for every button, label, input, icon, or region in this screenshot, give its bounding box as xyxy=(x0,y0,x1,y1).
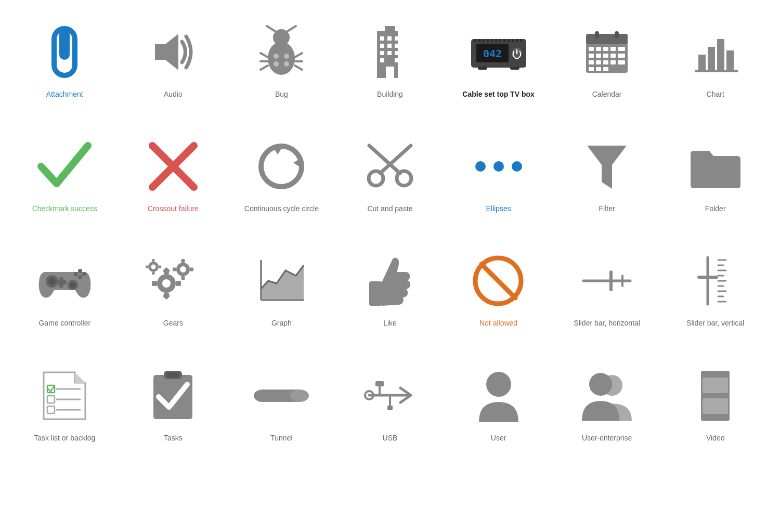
svg-rect-178 xyxy=(730,412,736,418)
svg-point-119 xyxy=(151,264,156,269)
svg-rect-55 xyxy=(589,47,594,51)
svg-marker-81 xyxy=(272,146,283,154)
icon-cell-tasks: Tasks xyxy=(119,354,228,448)
svg-rect-122 xyxy=(146,265,148,268)
video-label: Video xyxy=(706,433,725,443)
svg-point-83 xyxy=(373,175,379,181)
graph-label: Graph xyxy=(271,318,292,328)
task-list-icon xyxy=(33,365,96,427)
svg-rect-127 xyxy=(369,281,382,306)
svg-rect-64 xyxy=(618,54,625,58)
icon-cell-cut-paste: Cut and paste xyxy=(336,125,445,218)
svg-rect-66 xyxy=(596,60,601,64)
bug-label: Bug xyxy=(275,89,288,99)
svg-rect-68 xyxy=(610,60,616,64)
calendar-label: Calendar xyxy=(592,89,622,99)
user-enterprise-label: User-enterprise xyxy=(582,433,632,443)
icon-grid: Attachment Audio xyxy=(10,10,770,448)
svg-rect-53 xyxy=(595,31,599,38)
svg-rect-23 xyxy=(387,44,392,48)
icon-cell-not-allowed: Not allowed xyxy=(444,239,553,333)
icon-cell-game-controller: Game controller xyxy=(10,239,119,333)
tunnel-icon xyxy=(250,365,313,427)
graph-icon xyxy=(250,250,313,312)
building-label: Building xyxy=(377,89,403,99)
svg-rect-70 xyxy=(589,67,594,71)
svg-rect-135 xyxy=(697,276,718,279)
attachment-label: Attachment xyxy=(46,89,83,99)
svg-point-157 xyxy=(290,390,309,402)
icon-cell-slider-v: Slider bar, vertical xyxy=(661,239,770,333)
slider-h-icon xyxy=(576,250,638,312)
game-controller-icon xyxy=(33,250,96,312)
svg-point-113 xyxy=(180,266,186,273)
task-list-label: Task list or backlog xyxy=(34,433,95,443)
svg-point-101 xyxy=(78,269,82,273)
like-label: Like xyxy=(383,318,397,328)
icon-cell-graph: Graph xyxy=(227,239,336,333)
filter-label: Filter xyxy=(599,204,615,213)
chart-label: Chart xyxy=(707,89,724,99)
svg-rect-69 xyxy=(618,60,625,64)
svg-point-98 xyxy=(78,275,82,279)
icon-cell-tunnel: Tunnel xyxy=(227,354,336,448)
attachment-icon xyxy=(33,21,96,83)
svg-point-165 xyxy=(486,372,511,397)
slider-h-label: Slider bar, horizontal xyxy=(574,318,640,328)
icon-cell-usb: USB xyxy=(336,354,445,448)
svg-line-6 xyxy=(288,26,296,31)
svg-rect-77 xyxy=(726,50,734,71)
usb-icon xyxy=(359,365,421,427)
svg-rect-28 xyxy=(380,58,384,62)
cut-paste-label: Cut and paste xyxy=(367,204,412,213)
svg-rect-175 xyxy=(730,384,736,390)
svg-rect-177 xyxy=(730,403,736,408)
icon-cell-task-list: Task list or backlog xyxy=(10,354,119,448)
svg-rect-170 xyxy=(695,384,701,390)
icon-cell-filter: Filter xyxy=(553,125,661,218)
svg-rect-62 xyxy=(603,54,608,58)
svg-point-90 xyxy=(512,161,522,172)
tunnel-label: Tunnel xyxy=(270,433,292,443)
svg-rect-116 xyxy=(173,267,176,271)
svg-rect-52 xyxy=(586,34,628,44)
svg-point-99 xyxy=(74,272,78,276)
audio-icon xyxy=(142,21,204,83)
svg-rect-61 xyxy=(596,54,601,58)
svg-rect-50 xyxy=(510,67,519,70)
user-icon xyxy=(467,365,530,427)
icon-cell-chart: Chart xyxy=(661,10,770,104)
svg-rect-171 xyxy=(695,394,701,399)
folder-icon xyxy=(684,135,747,198)
svg-marker-2 xyxy=(155,34,178,70)
svg-rect-19 xyxy=(380,36,384,41)
svg-rect-56 xyxy=(596,47,601,51)
svg-rect-173 xyxy=(695,412,701,418)
svg-rect-57 xyxy=(603,47,608,51)
svg-line-12 xyxy=(295,66,302,70)
cycle-label: Continuous cycle circle xyxy=(244,204,319,213)
svg-rect-25 xyxy=(380,51,384,55)
icon-cell-gears: Gears xyxy=(119,239,228,333)
not-allowed-label: Not allowed xyxy=(479,318,517,328)
svg-rect-107 xyxy=(176,281,181,286)
svg-rect-172 xyxy=(695,403,701,408)
svg-rect-174 xyxy=(730,375,736,380)
svg-rect-49 xyxy=(478,67,487,70)
svg-rect-75 xyxy=(708,47,715,71)
icon-cell-video: Video xyxy=(661,354,770,448)
svg-rect-71 xyxy=(596,67,601,71)
svg-point-89 xyxy=(493,161,504,172)
audio-label: Audio xyxy=(164,89,183,99)
icon-cell-cable-tv: 042 Cable set top TV box xyxy=(444,10,553,104)
checkmark-label: Checkmark success xyxy=(32,204,97,213)
svg-point-95 xyxy=(70,282,76,288)
crossout-label: Crossout failure xyxy=(148,204,199,213)
folder-label: Folder xyxy=(705,204,726,213)
usb-label: USB xyxy=(383,433,398,443)
svg-rect-27 xyxy=(395,51,399,55)
icon-cell-building: Building xyxy=(336,10,445,104)
svg-line-129 xyxy=(482,264,515,298)
cycle-icon xyxy=(250,135,313,198)
svg-rect-60 xyxy=(589,54,594,58)
